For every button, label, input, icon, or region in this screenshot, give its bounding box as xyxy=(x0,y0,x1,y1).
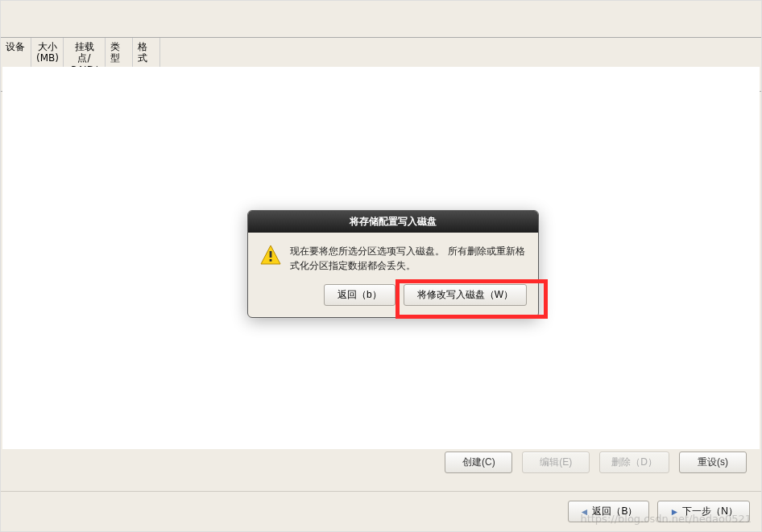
next-nav-label: 下一步（N） xyxy=(682,505,738,518)
arrow-left-icon: ◄ xyxy=(580,506,590,518)
edit-button[interactable]: 编辑(E) xyxy=(522,452,590,473)
svg-rect-2 xyxy=(270,259,272,262)
create-button[interactable]: 创建(C) xyxy=(445,452,512,473)
arrow-right-icon: ► xyxy=(669,506,679,518)
write-config-dialog: 将存储配置写入磁盘 现在要将您所选分区选项写入磁盘。 所有删除或重新格式化分区指… xyxy=(247,210,539,318)
delete-button[interactable]: 删除（D） xyxy=(599,452,669,473)
next-nav-button[interactable]: ► 下一步（N） xyxy=(657,501,750,522)
dialog-back-button[interactable]: 返回（b） xyxy=(324,284,395,306)
reset-label: 重设(s) xyxy=(698,456,728,468)
dialog-write-button[interactable]: 将修改写入磁盘（W） xyxy=(404,284,527,306)
partition-actions-row: 创建(C) 编辑(E) 删除（D） 重设(s) xyxy=(15,445,747,480)
dialog-write-label: 将修改写入磁盘（W） xyxy=(417,289,513,300)
svg-rect-1 xyxy=(270,251,272,258)
reset-button[interactable]: 重设(s) xyxy=(679,452,747,473)
dialog-back-label: 返回（b） xyxy=(338,289,382,300)
dialog-message: 现在要将您所选分区选项写入磁盘。 所有删除或重新格式化分区指定数据都会丢失。 xyxy=(290,244,527,273)
wizard-footer: ◄ 返回（B） ► 下一步（N） xyxy=(1,491,761,531)
dialog-button-row: 返回（b） 将修改写入磁盘（W） xyxy=(248,279,538,317)
create-label: 创建(C) xyxy=(462,456,495,468)
edit-label: 编辑(E) xyxy=(540,456,572,468)
delete-label: 删除（D） xyxy=(611,456,657,468)
warning-icon xyxy=(259,244,282,266)
back-nav-button[interactable]: ◄ 返回（B） xyxy=(568,501,650,522)
dialog-title: 将存储配置写入磁盘 xyxy=(248,211,538,233)
back-nav-label: 返回（B） xyxy=(592,505,637,518)
window-top-bar xyxy=(1,1,761,38)
